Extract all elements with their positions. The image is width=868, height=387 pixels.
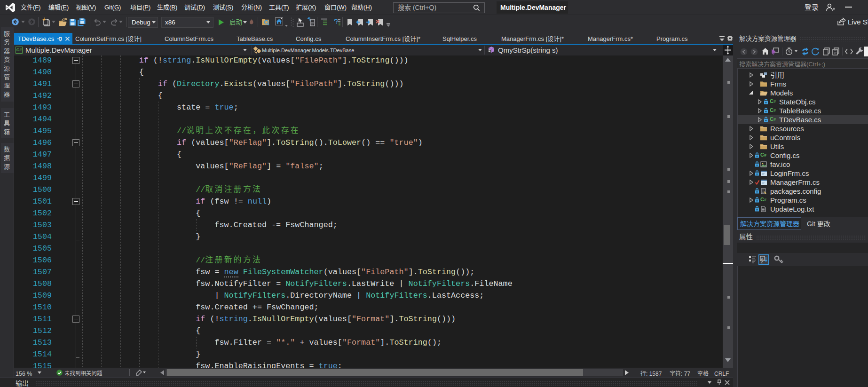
svg-text:Z: Z [761,260,763,264]
